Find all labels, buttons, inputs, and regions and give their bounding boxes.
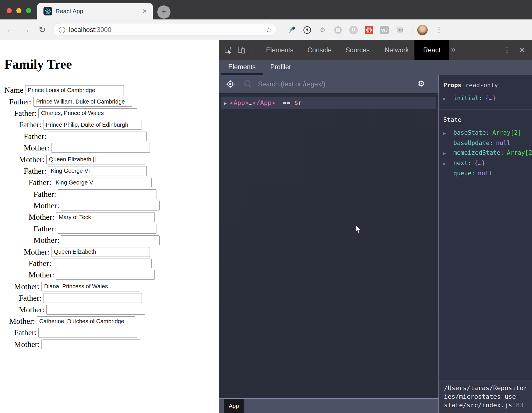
kv-key: memoizedState: — [453, 149, 504, 156]
person-name-input[interactable] — [61, 201, 160, 211]
devtools-tab-network[interactable]: Network — [385, 40, 409, 60]
eyedropper-extension-icon[interactable] — [287, 25, 296, 35]
select-element-target-icon[interactable] — [225, 79, 235, 90]
close-window-button[interactable] — [7, 8, 12, 13]
disabled-extension-swirl-icon[interactable] — [334, 25, 343, 35]
state-row[interactable]: queue:null — [443, 168, 532, 178]
url-host: localhost — [69, 26, 95, 33]
settings-gear-icon[interactable]: ⚙ — [418, 79, 425, 88]
person-name-input[interactable] — [38, 328, 137, 337]
person-name-input[interactable] — [51, 143, 150, 153]
person-name-input[interactable] — [43, 120, 142, 130]
tab-title: React App — [55, 8, 83, 15]
family-tree-page: Family Tree NameFather:Father:Father:Fat… — [0, 40, 219, 413]
person-name-input[interactable] — [56, 270, 155, 280]
prop-row[interactable]: ▶initial:{…} — [443, 93, 532, 104]
family-row: Mother: — [0, 154, 219, 165]
source-location-link[interactable]: /Users/taras/Repositories/microstates-us… — [439, 380, 532, 413]
person-name-input[interactable] — [53, 259, 152, 268]
person-name-input[interactable] — [48, 132, 147, 141]
expand-arrow-icon[interactable]: ▶ — [443, 94, 453, 104]
person-name-input[interactable] — [25, 85, 124, 95]
relation-label: Father: — [14, 109, 37, 118]
person-name-input[interactable] — [41, 339, 140, 349]
devtools-tab-elements[interactable]: Elements — [266, 40, 293, 60]
expand-arrow-icon[interactable]: ▶ — [443, 148, 453, 158]
disabled-extension-u-icon[interactable]: U — [349, 25, 358, 35]
relation-label: Mother: — [33, 201, 59, 210]
person-name-input[interactable] — [61, 235, 160, 245]
person-name-input[interactable] — [56, 212, 155, 222]
devtools-tab-react[interactable]: React — [414, 40, 449, 60]
state-row[interactable]: ▶baseState:Array[2] — [443, 128, 532, 138]
person-name-input[interactable] — [33, 97, 132, 107]
person-name-input[interactable] — [58, 224, 156, 234]
person-name-input[interactable] — [43, 293, 142, 303]
toolbar-divider — [412, 26, 412, 34]
state-row[interactable]: ▶memoizedState:Array[2] — [443, 148, 532, 158]
search-icon — [243, 79, 253, 90]
person-name-input[interactable] — [51, 247, 150, 257]
mouse-cursor — [355, 225, 363, 235]
family-row: Father: — [0, 258, 219, 269]
expand-arrow-icon[interactable]: ▶ — [224, 100, 227, 106]
person-name-input[interactable] — [48, 166, 147, 176]
state-row[interactable]: baseUpdate:null — [443, 138, 532, 148]
person-name-input[interactable] — [41, 282, 140, 291]
state-row[interactable]: ▶next:{…} — [443, 158, 532, 168]
source-path-line: /Users/taras/Repositor — [444, 384, 530, 392]
path-text: state/src/index.js — [444, 402, 512, 409]
devtools-tab-console[interactable]: Console — [307, 40, 331, 60]
fullscreen-window-button[interactable] — [26, 8, 31, 13]
tab-bar-divider-right — [496, 45, 496, 55]
back-button[interactable]: ← — [5, 25, 16, 34]
wallabyjs-extension-icon[interactable]: WJ — [380, 25, 389, 35]
react-sub-tab-profiler[interactable]: Profiler — [270, 60, 291, 75]
browser-menu-icon[interactable]: ⋮ — [435, 25, 443, 34]
family-row: Mother: — [0, 281, 219, 292]
site-info-icon[interactable]: ⓘ — [59, 26, 65, 35]
expand-arrow-icon[interactable]: ▶ — [443, 159, 453, 168]
person-name-input[interactable] — [46, 155, 145, 164]
family-row: Mother: — [0, 142, 219, 154]
browser-tab-strip: React App ✕ + — [0, 0, 532, 19]
react-sub-tab-elements[interactable]: Elements — [228, 60, 256, 75]
screen: React App ✕ + ← → ↻ ⓘ localhost:3000 ☆ — [0, 0, 532, 413]
disabled-extension-gear-icon[interactable]: ⚙ — [318, 25, 327, 35]
password-manager-extension-icon[interactable] — [303, 25, 312, 35]
search-input[interactable] — [257, 78, 407, 91]
minimize-window-button[interactable] — [16, 8, 21, 13]
relation-label: Mother: — [19, 155, 45, 164]
path-separator: : — [512, 402, 516, 409]
person-name-input[interactable] — [37, 316, 135, 326]
tree-node-app[interactable]: ▶<App>…</App> == $r — [221, 97, 436, 109]
devtools-tab-sources[interactable]: Sources — [346, 40, 370, 60]
person-name-input[interactable] — [53, 178, 152, 187]
profile-avatar[interactable] — [417, 25, 428, 35]
browser-tab[interactable]: React App ✕ — [37, 3, 153, 19]
new-tab-button[interactable]: + — [157, 5, 170, 19]
forward-button[interactable]: → — [21, 25, 31, 34]
tab-close-icon[interactable]: ✕ — [142, 8, 147, 15]
url-bar[interactable]: ⓘ localhost:3000 ☆ — [53, 23, 276, 36]
devtools-menu-icon[interactable]: ⋮ — [503, 40, 511, 60]
reload-button[interactable]: ↻ — [37, 25, 47, 35]
relation-label: Mother: — [29, 213, 54, 222]
inspect-element-icon[interactable] — [224, 46, 233, 55]
person-name-input[interactable] — [58, 189, 156, 199]
ember-extension-icon[interactable] — [395, 25, 404, 35]
expand-arrow-icon[interactable]: ▶ — [443, 128, 453, 138]
relation-label: Mother: — [24, 143, 49, 152]
person-name-input[interactable] — [46, 305, 145, 315]
more-tabs-chevron-icon[interactable]: » — [451, 40, 456, 60]
relation-label: Mother: — [19, 305, 45, 314]
kv-key: initial: — [453, 95, 482, 102]
person-name-input[interactable] — [38, 108, 137, 118]
family-row: Mother: — [0, 269, 219, 281]
device-toolbar-icon[interactable] — [237, 46, 246, 55]
devtools-close-icon[interactable]: ✕ — [519, 40, 525, 60]
bookmark-star-icon[interactable]: ☆ — [266, 25, 272, 34]
react-devtools-extension-icon[interactable] — [364, 25, 374, 35]
breadcrumb-app[interactable]: App — [224, 399, 244, 413]
kv-value: {…} — [485, 95, 496, 102]
